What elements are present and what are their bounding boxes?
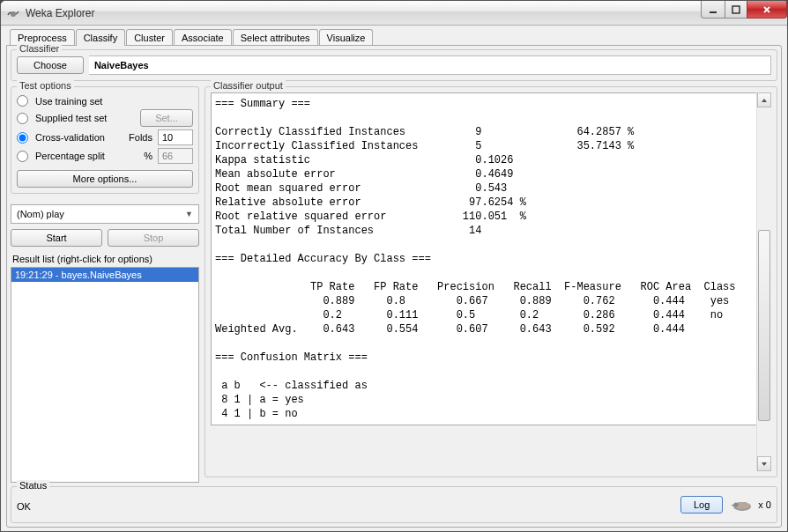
choose-button[interactable]: Choose bbox=[17, 56, 84, 74]
classifier-panel: Classifier Choose NaiveBayes bbox=[11, 49, 777, 81]
scroll-track[interactable] bbox=[757, 107, 771, 456]
classifier-name-field[interactable]: NaiveBayes bbox=[89, 55, 771, 75]
tab-body: Classifier Choose NaiveBayes Test option… bbox=[6, 45, 782, 528]
label-percentage-split: Percentage split bbox=[35, 151, 138, 161]
titlebar[interactable]: Weka Explorer bbox=[1, 1, 787, 26]
window-controls bbox=[702, 1, 787, 18]
set-button[interactable]: Set... bbox=[140, 109, 193, 127]
weka-bird-icon bbox=[730, 497, 755, 513]
tab-associate[interactable]: Associate bbox=[174, 29, 232, 46]
status-text: OK bbox=[17, 498, 31, 512]
minimize-button[interactable] bbox=[701, 1, 725, 18]
svg-rect-2 bbox=[732, 6, 740, 13]
svg-point-0 bbox=[11, 11, 16, 17]
output-legend: Classifier output bbox=[211, 80, 286, 91]
output-panel: Classifier output === Summary === Correc… bbox=[204, 86, 777, 477]
scroll-down-button[interactable] bbox=[757, 456, 771, 471]
class-attribute-combo[interactable]: (Nom) play ▼ bbox=[11, 204, 199, 224]
right-column: Classifier output === Summary === Correc… bbox=[204, 86, 777, 483]
result-list-label: Result list (right-click for options) bbox=[12, 254, 199, 264]
label-folds: Folds bbox=[129, 132, 152, 143]
radio-percentage-split[interactable] bbox=[17, 151, 28, 162]
radio-supplied-test-set[interactable] bbox=[17, 113, 28, 124]
app-icon bbox=[6, 6, 20, 20]
result-list[interactable]: 19:21:29 - bayes.NaiveBayes bbox=[11, 267, 199, 483]
status-legend: Status bbox=[17, 480, 49, 491]
status-bar: Status OK Log x 0 bbox=[11, 486, 777, 523]
percent-input[interactable] bbox=[158, 148, 193, 164]
radio-use-training-set[interactable] bbox=[17, 95, 28, 107]
label-percent: % bbox=[144, 151, 152, 161]
result-item[interactable]: 19:21:29 - bayes.NaiveBayes bbox=[11, 268, 198, 282]
left-column: Test options Use training set Supplied t… bbox=[11, 86, 199, 483]
output-scrollbar[interactable] bbox=[756, 92, 771, 471]
svg-point-5 bbox=[734, 503, 739, 507]
folds-input[interactable] bbox=[158, 129, 193, 145]
mid-row: Test options Use training set Supplied t… bbox=[11, 86, 777, 483]
classifier-legend: Classifier bbox=[17, 43, 62, 54]
label-supplied-test-set: Supplied test set bbox=[35, 113, 135, 123]
tab-visualize[interactable]: Visualize bbox=[319, 29, 374, 46]
start-button[interactable]: Start bbox=[11, 229, 102, 247]
maximize-button[interactable] bbox=[725, 1, 747, 18]
test-options-legend: Test options bbox=[17, 80, 74, 91]
classifier-output[interactable]: === Summary === Correctly Classified Ins… bbox=[211, 92, 771, 425]
label-use-training-set: Use training set bbox=[35, 96, 102, 107]
scroll-up-button[interactable] bbox=[757, 92, 771, 107]
close-button[interactable] bbox=[747, 1, 787, 18]
log-button[interactable]: Log bbox=[680, 496, 723, 514]
main-tabs: Preprocess Classify Cluster Associate Se… bbox=[6, 29, 782, 46]
content-area: Preprocess Classify Cluster Associate Se… bbox=[1, 26, 787, 531]
test-options-panel: Test options Use training set Supplied t… bbox=[11, 86, 199, 194]
window-title: Weka Explorer bbox=[26, 7, 94, 19]
status-counter: x 0 bbox=[758, 499, 771, 510]
radio-cross-validation[interactable] bbox=[17, 132, 28, 144]
tab-classify[interactable]: Classify bbox=[76, 29, 126, 46]
svg-rect-1 bbox=[710, 11, 717, 13]
class-attribute-value: (Nom) play bbox=[17, 209, 64, 219]
weka-explorer-window: Weka Explorer Preprocess Classify Cluste… bbox=[0, 0, 788, 532]
tab-select-attributes[interactable]: Select attributes bbox=[233, 29, 318, 46]
scroll-thumb[interactable] bbox=[758, 230, 770, 422]
stop-button[interactable]: Stop bbox=[108, 229, 199, 247]
label-cross-validation: Cross-validation bbox=[35, 132, 123, 143]
chevron-down-icon: ▼ bbox=[185, 210, 193, 218]
more-options-button[interactable]: More options... bbox=[17, 170, 193, 188]
tab-cluster[interactable]: Cluster bbox=[126, 29, 173, 46]
